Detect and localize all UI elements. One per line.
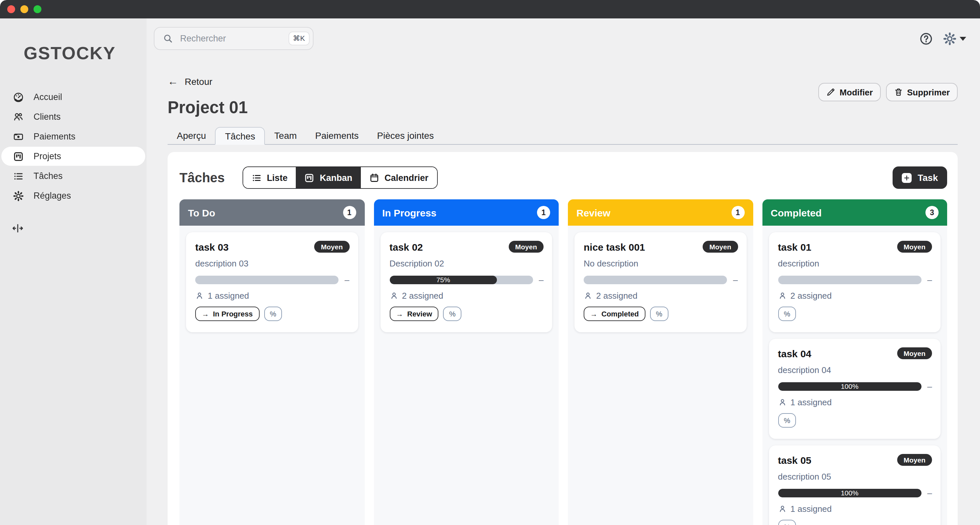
close-window-button[interactable] bbox=[7, 5, 15, 13]
priority-badge: Moyen bbox=[897, 241, 932, 253]
card-actions: →In Progress % bbox=[195, 306, 349, 321]
edit-project-button[interactable]: Modifier bbox=[819, 83, 881, 101]
task-title: task 03 bbox=[195, 241, 229, 253]
search-input[interactable] bbox=[179, 33, 282, 44]
view-kanban-button[interactable]: Kanban bbox=[296, 167, 361, 188]
assigned-row: 1 assigned bbox=[778, 397, 932, 407]
progress-row: 100% – bbox=[778, 382, 932, 391]
column-name: Review bbox=[576, 207, 610, 218]
progress-bar bbox=[195, 276, 339, 284]
set-progress-button[interactable]: % bbox=[778, 520, 796, 525]
task-description: No description bbox=[584, 259, 738, 269]
add-task-label: Task bbox=[918, 172, 938, 183]
move-to-status-button[interactable]: →In Progress bbox=[195, 306, 259, 321]
column-count-badge: 3 bbox=[926, 206, 939, 219]
gear-icon bbox=[13, 190, 24, 201]
app-window: GSTOCKY Accueil Clients Paiements Projet… bbox=[0, 0, 980, 525]
delete-label: Supprimer bbox=[907, 87, 950, 97]
priority-badge: Moyen bbox=[897, 454, 932, 466]
sidebar-item-taches[interactable]: Tâches bbox=[1, 166, 145, 185]
priority-badge: Moyen bbox=[508, 241, 544, 253]
view-label: Calendrier bbox=[385, 173, 428, 183]
column-name: To Do bbox=[188, 207, 215, 218]
task-card[interactable]: task 03 Moyen description 03 – bbox=[186, 232, 358, 332]
set-progress-button[interactable]: % bbox=[650, 306, 668, 321]
column-name: Completed bbox=[771, 207, 822, 218]
page-header-actions: Modifier Supprimer bbox=[819, 83, 958, 101]
task-description: Description 02 bbox=[390, 259, 544, 269]
set-progress-button[interactable]: % bbox=[264, 306, 282, 321]
search-bar[interactable]: ⌘K bbox=[154, 27, 313, 50]
sidebar-item-paiements[interactable]: Paiements bbox=[1, 127, 145, 146]
delete-project-button[interactable]: Supprimer bbox=[886, 83, 958, 101]
progress-empty-mark: – bbox=[928, 382, 932, 391]
arrow-left-icon: ← bbox=[168, 76, 178, 87]
add-task-button[interactable]: Task bbox=[892, 166, 947, 189]
settings-menu-button[interactable] bbox=[943, 32, 966, 45]
gear-icon bbox=[943, 32, 956, 45]
sidebar: GSTOCKY Accueil Clients Paiements Projet… bbox=[0, 18, 146, 525]
back-label: Retour bbox=[185, 76, 212, 87]
set-progress-button[interactable]: % bbox=[778, 413, 796, 428]
task-card[interactable]: task 04 Moyen description 04 100% – bbox=[769, 339, 940, 439]
tab-apercu[interactable]: Aperçu bbox=[168, 127, 215, 144]
task-description: description bbox=[778, 259, 932, 269]
tasks-panel: Tâches Liste Kanban bbox=[168, 152, 958, 525]
sidebar-collapse-button[interactable] bbox=[0, 222, 146, 237]
progress-empty-mark: – bbox=[928, 276, 932, 284]
progress-bar: 100% bbox=[778, 489, 921, 497]
assigned-count: 1 assigned bbox=[791, 504, 832, 514]
task-title: task 01 bbox=[778, 241, 811, 253]
tab-team[interactable]: Team bbox=[265, 127, 306, 144]
sidebar-item-projets[interactable]: Projets bbox=[1, 147, 145, 166]
set-progress-button[interactable]: % bbox=[778, 306, 796, 321]
progress-row: – bbox=[778, 276, 932, 284]
sidebar-item-reglages[interactable]: Réglages bbox=[1, 186, 145, 205]
minimize-window-button[interactable] bbox=[21, 5, 28, 13]
task-description: description 03 bbox=[195, 259, 349, 269]
task-card[interactable]: task 02 Moyen Description 02 75% – bbox=[380, 232, 552, 332]
topbar-actions bbox=[920, 32, 966, 45]
column-count-badge: 1 bbox=[537, 206, 550, 219]
task-card[interactable]: nice task 001 Moyen No description – bbox=[574, 232, 746, 332]
view-calendrier-button[interactable]: Calendrier bbox=[361, 167, 437, 188]
sidebar-item-accueil[interactable]: Accueil bbox=[1, 88, 145, 107]
arrow-right-icon: → bbox=[590, 310, 597, 318]
app-logo: GSTOCKY bbox=[0, 43, 146, 64]
sidebar-menu: Accueil Clients Paiements Projets Tâches bbox=[0, 88, 146, 205]
sidebar-item-label: Accueil bbox=[33, 92, 62, 102]
assigned-row: 2 assigned bbox=[390, 291, 544, 301]
plus-icon bbox=[902, 173, 912, 183]
progress-bar bbox=[584, 276, 727, 284]
sidebar-item-label: Réglages bbox=[33, 191, 71, 201]
move-to-status-button[interactable]: →Review bbox=[390, 306, 439, 321]
set-progress-button[interactable]: % bbox=[443, 306, 462, 321]
card-actions: % bbox=[778, 413, 932, 428]
assigned-count: 2 assigned bbox=[596, 291, 638, 301]
column-body: task 03 Moyen description 03 – bbox=[180, 226, 364, 525]
sidebar-item-clients[interactable]: Clients bbox=[1, 107, 145, 126]
sidebar-item-label: Clients bbox=[33, 112, 61, 122]
move-to-status-button[interactable]: →Completed bbox=[584, 306, 646, 321]
tasks-heading: Tâches bbox=[180, 170, 225, 185]
zoom-window-button[interactable] bbox=[33, 5, 41, 13]
arrow-right-icon: → bbox=[396, 310, 403, 318]
progress-bar: 75% bbox=[390, 276, 533, 284]
progress-row: – bbox=[195, 276, 349, 284]
priority-badge: Moyen bbox=[703, 241, 738, 253]
help-icon[interactable] bbox=[920, 32, 933, 45]
tab-taches[interactable]: Tâches bbox=[215, 127, 265, 145]
view-liste-button[interactable]: Liste bbox=[243, 167, 296, 188]
person-icon bbox=[778, 292, 786, 300]
progress-empty-mark: – bbox=[345, 276, 349, 284]
collapse-sidebar-icon bbox=[12, 222, 24, 234]
progress-row: – bbox=[584, 276, 738, 284]
project-tabs: Aperçu Tâches Team Paiements Pièces join… bbox=[168, 126, 958, 145]
task-description: description 04 bbox=[778, 365, 932, 376]
task-card[interactable]: task 01 Moyen description – bbox=[769, 232, 940, 332]
task-card[interactable]: task 05 Moyen description 05 100% – bbox=[769, 445, 940, 525]
column-body: task 01 Moyen description – bbox=[762, 226, 947, 525]
kanban-column-in-progress: In Progress 1 task 02 Moyen Description … bbox=[374, 199, 559, 525]
tab-pieces-jointes[interactable]: Pièces jointes bbox=[368, 127, 443, 144]
tab-paiements[interactable]: Paiements bbox=[306, 127, 368, 144]
